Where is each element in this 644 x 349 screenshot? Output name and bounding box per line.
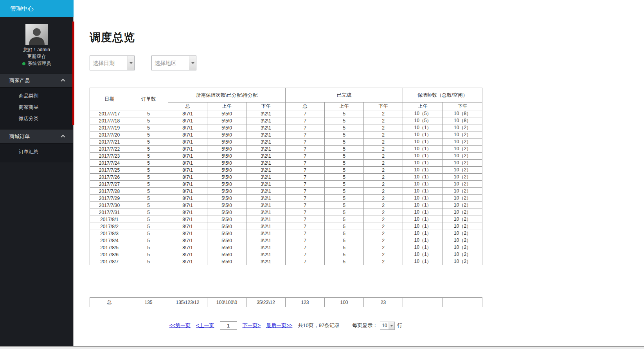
table-cell: 5\5\0 [207,244,246,251]
table-cell: 5 [129,181,168,188]
sidebar-scrollbar-thumb[interactable] [72,22,74,125]
table-cell: 8\7\1 [168,195,207,202]
table-cell: 2017/7/29 [90,195,129,202]
submenu-merchant-products: 商品类别 商家商品 微店分类 [0,88,73,129]
table-cell: 2017/8/5 [90,244,129,251]
user-block: 您好！admin 更新缓存 系统管理员 [0,17,73,73]
table-cell: 2017/7/30 [90,202,129,209]
per-page-control: 每页显示： 10 行 [352,322,402,330]
prev-page-link[interactable]: <上一页 [196,322,214,329]
table-cell: 5 [129,117,168,124]
table-cell: 2017/7/28 [90,188,129,195]
table-row: 2017/7/2658\7\15\5\03\2\175210（1）10（2） [90,174,482,181]
person-icon [28,26,46,45]
subheader-need-am: 上午 [207,103,246,110]
table-cell: 5 [129,110,168,117]
next-page-link[interactable]: 下一页> [243,322,261,329]
table-cell: 5 [129,188,168,195]
table-cell: 2017/8/6 [90,251,129,258]
table-cell: 5\5\0 [207,202,246,209]
table-cell: 8\7\1 [168,223,207,230]
table-cell: 5\5\0 [207,223,246,230]
table-cell: 3\2\1 [246,223,286,230]
table-cell: 7 [286,216,325,223]
region-filter-select[interactable]: 选择地区 [151,56,196,70]
table-cell: 3\2\1 [246,117,286,124]
table-cell: 10（2） [443,251,482,258]
table-cell: 10（1） [403,167,443,174]
table-cell: 10（1） [403,202,443,209]
table-cell: 10（1） [403,124,443,131]
sidebar-section-mall-orders[interactable]: 商城订单 [0,129,73,144]
table-cell: 5\5\0 [207,181,246,188]
table-cell: 10（1） [403,181,443,188]
table-cell: 3\2\1 [246,209,286,216]
table-cell: 5 [129,223,168,230]
table-cell: 2 [364,251,403,258]
first-page-link[interactable]: <<第一页 [169,322,191,329]
per-page-select[interactable]: 10 [380,322,395,330]
table-cell: 5 [129,131,168,139]
table-cell: 7 [286,251,325,258]
horizontal-scrollbar[interactable] [0,346,644,349]
table-cell: 2 [364,230,403,237]
date-filter-dropdown-button[interactable] [127,56,134,70]
sidebar-item-order-summary[interactable]: 订单汇总 [0,146,73,158]
date-filter-select[interactable]: 选择日期 [90,56,135,70]
per-page-dropdown-button[interactable] [389,322,394,329]
sidebar-item-microshop-category[interactable]: 微店分类 [0,113,73,124]
table-cell: 5 [129,209,168,216]
table-cell: 5 [129,251,168,258]
table-cell: 2 [364,131,403,139]
sidebar-item-product-category[interactable]: 商品类别 [0,90,73,102]
table-cell: 5\5\0 [207,188,246,195]
col-header-done: 已完成 [286,88,403,103]
region-filter-dropdown-button[interactable] [189,56,196,70]
table-row: 2017/7/2458\7\15\5\03\2\175210（1）10（2） [90,160,482,167]
table-cell: 5 [325,237,364,244]
table-row: 2017/7/1958\7\15\5\03\2\175210（1）10（2） [90,124,482,131]
table-cell [403,298,443,307]
table-row: 2017/8/658\7\15\5\03\2\175210（1）10（2） [90,251,482,258]
table-cell: 10（2） [443,124,482,131]
table-cell: 5 [129,258,168,265]
table-cell: 5 [129,174,168,181]
table-cell: 5 [325,160,364,167]
table-cell: 2017/7/17 [90,110,129,117]
table-cell: 3\2\1 [246,216,286,223]
table-cell: 10（2） [443,174,482,181]
content-top-divider [74,0,644,17]
last-page-link[interactable]: 最后一页>> [266,322,292,329]
table-cell: 5 [325,244,364,251]
table-cell: 10（8） [443,110,482,117]
refresh-cache-link[interactable]: 更新缓存 [0,53,73,60]
sidebar-section-merchant-products[interactable]: 商家产品 [0,73,73,88]
page-number-input[interactable] [220,321,237,330]
app-title-bar: 管理中心 [0,0,74,17]
table-cell: 10（1） [403,216,443,223]
per-page-label: 每页显示： [352,322,378,329]
subheader-done-total: 总 [286,103,325,110]
table-cell: 5 [325,188,364,195]
table-cell: 3\2\1 [246,244,286,251]
table-cell: 5\5\0 [207,153,246,160]
table-cell: 2 [364,216,403,223]
table-cell: 10（1） [403,160,443,167]
table-cell: 7 [286,223,325,230]
table-cell: 2017/7/27 [90,181,129,188]
table-cell: 3\2\1 [246,139,286,146]
table-cell: 5 [129,195,168,202]
table-cell: 7 [286,230,325,237]
table-cell: 5 [325,117,364,124]
table-cell: 5 [325,124,364,131]
table-cell: 10（2） [443,223,482,230]
user-role: 系统管理员 [0,60,73,67]
table-cell: 10（1） [403,223,443,230]
table-cell: 2 [364,160,403,167]
per-page-value: 10 [380,322,389,329]
table-cell: 10（2） [443,209,482,216]
table-cell: 5 [325,209,364,216]
sidebar-item-merchant-goods[interactable]: 商家商品 [0,102,73,113]
table-cell: 5 [325,216,364,223]
table-cell: 7 [286,139,325,146]
